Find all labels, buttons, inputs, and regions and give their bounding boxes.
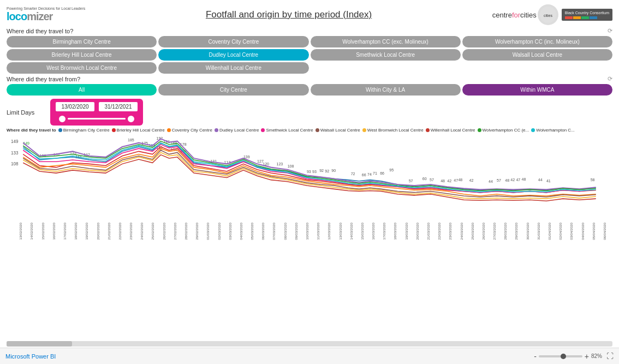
svg-text:14/02/2020: 14/02/2020 — [30, 222, 34, 240]
svg-text:66: 66 — [362, 172, 366, 177]
svg-text:21/03/2020: 21/03/2020 — [426, 222, 430, 240]
svg-text:03/04/2020: 03/04/2020 — [569, 222, 573, 240]
dest-btn-wolverhampton-exc[interactable]: Wolverhampton CC (exc. Molineux) — [311, 36, 461, 47]
svg-text:02/04/2020: 02/04/2020 — [558, 222, 562, 240]
page-title-link[interactable]: Footfall and origin by time period (Inde… — [206, 9, 372, 20]
svg-text:41: 41 — [546, 178, 551, 183]
svg-text:42: 42 — [447, 178, 451, 183]
legend-dot-willenhall — [426, 128, 430, 132]
svg-text:48: 48 — [505, 178, 509, 183]
cfc-circle: cities — [538, 4, 558, 25]
colored-bar — [565, 16, 609, 19]
svg-text:18/03/2020: 18/03/2020 — [394, 222, 397, 240]
scrollbar-thumb[interactable] — [7, 341, 72, 347]
legend-item-west-brom: West Bromwich Local Centre — [362, 128, 424, 133]
legend-dot-brierley — [112, 128, 116, 132]
logos-right: centreforcities cities Black Country Con… — [492, 4, 612, 25]
legend-label-birmingham: Birmingham City Centre — [63, 128, 110, 133]
fullscreen-icon[interactable]: ⛶ — [606, 352, 614, 360]
svg-text:42: 42 — [510, 177, 515, 182]
legend-item-brierley: Brierley Hill Local Centre — [112, 128, 165, 133]
dest-btn-coventry[interactable]: Coventry City Centre — [158, 36, 308, 47]
dest-btn-birmingham[interactable]: Birmingham City Centre — [7, 36, 157, 47]
svg-text:93: 93 — [312, 169, 317, 174]
legend-item-wolv-exc: Wolverhampton CC (e... — [478, 128, 529, 133]
legend-item-walsall: Walsall Local Centre — [316, 128, 360, 133]
dest-btn-brierley[interactable]: Brierley Hill Local Centre — [7, 49, 157, 61]
svg-text:cities: cities — [544, 14, 552, 17]
travel-to-label: Where did they travel to? ⟳ — [7, 27, 612, 34]
slider-dot-left[interactable] — [58, 115, 67, 123]
origin-btn-all[interactable]: All — [7, 84, 157, 96]
svg-text:57: 57 — [430, 177, 434, 182]
zoom-slider-thumb[interactable] — [561, 354, 566, 359]
svg-text:108: 108 — [288, 164, 294, 169]
svg-text:26/02/2020: 26/02/2020 — [162, 222, 166, 240]
origin-btn-within-wmca[interactable]: Within WMCA — [462, 84, 612, 96]
svg-text:16/03/2020: 16/03/2020 — [371, 222, 375, 240]
zoom-slider[interactable] — [539, 355, 582, 357]
dest-btn-smethwick[interactable]: Smethwick Local Centre — [311, 49, 461, 61]
power-bi-link[interactable]: Microsoft Power BI — [5, 353, 56, 360]
zoom-plus-btn[interactable]: + — [585, 352, 589, 361]
legend-label-dudley: Dudley Local Centre — [219, 128, 259, 133]
svg-text:44: 44 — [538, 177, 543, 182]
svg-text:04/04/2020: 04/04/2020 — [581, 222, 585, 240]
svg-text:92: 92 — [325, 169, 329, 174]
logo-area: Powering Smarter Decisions for Local Lea… — [7, 7, 85, 23]
legend-dot-walsall — [316, 128, 319, 132]
svg-text:03/03/2020: 03/03/2020 — [228, 222, 232, 240]
svg-text:93: 93 — [307, 169, 311, 174]
svg-text:185: 185 — [128, 137, 134, 142]
svg-text:04/03/2020: 04/03/2020 — [239, 222, 243, 240]
zoom-minus-btn[interactable]: - — [534, 352, 537, 361]
svg-text:29/02/2020: 29/02/2020 — [195, 222, 199, 240]
svg-text:20/02/2020: 20/02/2020 — [96, 222, 100, 240]
svg-text:47: 47 — [516, 177, 520, 182]
svg-text:25/02/2020: 25/02/2020 — [151, 222, 155, 240]
dest-btn-walsall[interactable]: Walsall Local Centre — [462, 49, 612, 61]
origin-btn-within-city-la[interactable]: Within City & LA — [311, 84, 461, 96]
svg-text:48: 48 — [458, 177, 462, 182]
dest-btn-dudley[interactable]: Dudley Local Centre — [158, 49, 308, 61]
limit-days-label: Limit Days — [7, 109, 50, 116]
legend-label-smethwick: Smethwick Local Centre — [266, 128, 313, 133]
legend-item-birmingham: Birmingham City Centre — [58, 128, 110, 133]
svg-text:16/02/2020: 16/02/2020 — [52, 222, 56, 240]
legend-dot-birmingham — [58, 128, 62, 132]
page-title: Footfall and origin by time period (Inde… — [85, 9, 492, 20]
svg-text:42: 42 — [469, 178, 474, 183]
legend-label-wolv-inc: Wolverhampton C... — [536, 128, 575, 133]
date-start-input[interactable] — [55, 101, 96, 112]
horizontal-scrollbar[interactable] — [7, 341, 612, 347]
origin-btn-city-centre[interactable]: City Centre — [158, 84, 308, 96]
travel-to-info-icon[interactable]: ⟳ — [608, 27, 612, 34]
legend-label-walsall: Walsall Local Centre — [320, 128, 360, 133]
svg-text:29/03/2020: 29/03/2020 — [515, 222, 519, 240]
svg-text:31/03/2020: 31/03/2020 — [537, 222, 540, 240]
date-end-input[interactable] — [98, 101, 139, 112]
legend-item-dudley: Dudley Local Centre — [215, 128, 259, 133]
svg-text:15/03/2020: 15/03/2020 — [360, 222, 364, 240]
svg-text:26/03/2020: 26/03/2020 — [481, 222, 485, 240]
legend-label-west-brom: West Bromwich Local Centre — [367, 128, 424, 133]
svg-text:72: 72 — [351, 171, 355, 176]
dest-btn-west-brom[interactable]: West Bromwich Local Centre — [7, 62, 157, 74]
zoom-controls: - + 82% ⛶ — [534, 352, 614, 361]
dest-btn-willenhall[interactable]: Willenhall Local Centre — [158, 62, 308, 74]
svg-text:19/02/2020: 19/02/2020 — [85, 222, 88, 240]
svg-text:09/03/2020: 09/03/2020 — [294, 222, 298, 240]
slider-dot-right[interactable] — [127, 115, 135, 123]
svg-text:18/02/2020: 18/02/2020 — [74, 222, 78, 240]
zoom-percent: 82% — [591, 353, 602, 359]
svg-text:30/03/2020: 30/03/2020 — [526, 222, 529, 240]
svg-text:27/02/2020: 27/02/2020 — [173, 222, 177, 240]
svg-text:95: 95 — [389, 168, 394, 172]
travel-from-info-icon[interactable]: ⟳ — [608, 75, 612, 82]
svg-text:47: 47 — [454, 178, 458, 183]
svg-text:108: 108 — [11, 162, 19, 166]
legend-label-coventry: Coventry City Centre — [172, 128, 212, 133]
svg-text:10/03/2020: 10/03/2020 — [305, 222, 309, 240]
svg-text:11/03/2020: 11/03/2020 — [316, 222, 320, 240]
dest-btn-wolverhampton-inc[interactable]: Wolverhampton CC (inc. Molineux) — [462, 36, 612, 47]
